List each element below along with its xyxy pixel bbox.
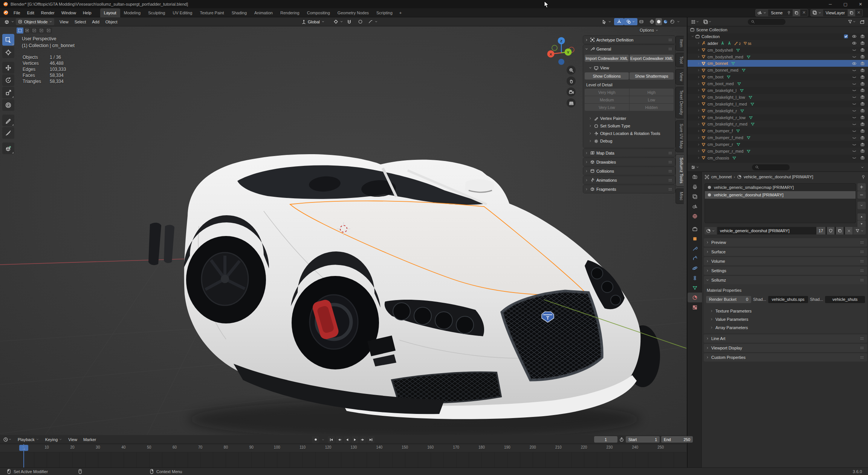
camera-visibility-icon[interactable] (860, 108, 865, 113)
shader-sps-field[interactable]: vehicle_shuts.sps (768, 296, 808, 303)
navigation-gizmo[interactable]: Z X Y (546, 35, 579, 67)
workspace-tab-rendering[interactable]: Rendering (277, 8, 303, 17)
material-filter-button[interactable] (853, 227, 866, 234)
camera-visibility-icon[interactable] (860, 122, 865, 127)
workspace-tab-geometry-nodes[interactable]: Geometry Nodes (334, 8, 373, 17)
timeline-menu-marker[interactable]: Marker (80, 435, 99, 444)
grip-icon[interactable] (668, 37, 673, 43)
properties-tab-constr[interactable] (688, 273, 702, 283)
camera-visibility-icon[interactable] (860, 135, 865, 140)
outliner-row-cm_brakelight_l_low[interactable]: cm_brakelight_l_low (688, 94, 868, 101)
minimize-button[interactable]: ─ (823, 0, 838, 8)
viewport-3d[interactable]: User Perspective (1) Collection | cm_bon… (0, 26, 686, 435)
add-workspace-button[interactable]: + (396, 11, 405, 15)
disclosure-icon[interactable] (696, 75, 701, 79)
camera-visibility-icon[interactable] (860, 149, 865, 153)
panel-header[interactable]: Map Data (583, 149, 675, 157)
playhead[interactable] (23, 444, 24, 467)
properties-tab-world[interactable] (688, 211, 702, 221)
panel-animations[interactable]: Animations (583, 176, 675, 184)
timeline-editor-icon[interactable] (3, 437, 8, 442)
workspace-tab-modeling[interactable]: Modeling (120, 8, 145, 17)
breadcrumb-object[interactable]: cm_bonnet (711, 175, 732, 179)
eye-open-icon[interactable] (852, 34, 857, 39)
lod-medium-button[interactable]: Medium (585, 96, 629, 103)
unlink-material-button[interactable] (845, 227, 853, 234)
properties-tab-object[interactable] (688, 234, 702, 244)
first-button[interactable] (328, 436, 335, 443)
outliner-row-Collection[interactable]: Collection (688, 33, 868, 40)
outliner-row-cm_boot_med[interactable]: cm_boot_med (688, 80, 868, 87)
select-mode-1[interactable] (24, 28, 31, 34)
eye-closed-icon[interactable] (852, 108, 857, 113)
workspace-tab-layout[interactable]: Layout (100, 8, 120, 17)
camera-visibility-icon[interactable] (860, 142, 865, 147)
properties-tab-mod[interactable] (688, 244, 702, 253)
material-slot[interactable]: vehicle_generic_doorshut [PRIMARY] (705, 191, 856, 199)
eye-closed-icon[interactable] (852, 54, 857, 59)
viewport-menu-select[interactable]: Select (72, 17, 89, 26)
properties-tab-coll[interactable] (688, 224, 702, 234)
grip-icon[interactable] (668, 46, 673, 52)
subpanel-object-location-rotation-tools[interactable]: Object Location & Rotation Tools (585, 130, 674, 137)
camera-visibility-icon[interactable] (860, 54, 865, 59)
panel-archetype-definition[interactable]: Archetype Definition (583, 36, 675, 44)
panel-preview[interactable]: Preview (704, 238, 867, 247)
eye-closed-icon[interactable] (852, 129, 857, 133)
panel-surface[interactable]: Surface (704, 248, 867, 256)
pin-icon[interactable] (861, 175, 866, 179)
eye-closed-icon[interactable] (852, 142, 857, 147)
sidebar-tab-tool[interactable]: Tool (675, 53, 684, 67)
sidebar-tab-misc[interactable]: Misc (675, 188, 684, 204)
snap-target-button[interactable] (332, 18, 345, 25)
tool-addcube-button[interactable] (2, 142, 14, 154)
workspace-tab-scripting[interactable]: Scripting (373, 8, 396, 17)
properties-tab-layer[interactable] (688, 192, 702, 201)
outliner-row-scene-collection[interactable]: Scene Collection (688, 26, 868, 33)
scene-selector[interactable]: Scene ✕ (755, 9, 808, 17)
outliner-row-cm_brakelight_r[interactable]: cm_brakelight_r (688, 107, 868, 114)
properties-tab-mat[interactable] (688, 293, 702, 302)
browse-material-button[interactable] (704, 227, 717, 234)
play-button[interactable] (351, 436, 359, 443)
properties-tab-data[interactable] (688, 283, 702, 293)
disclosure-icon[interactable] (696, 95, 701, 99)
tool-annotate-button[interactable] (2, 115, 14, 126)
panel-header[interactable]: Drawables (583, 158, 675, 166)
panel-collisions[interactable]: Collisions (583, 167, 675, 175)
eye-closed-icon[interactable] (852, 75, 857, 80)
proportional-editing-toggle[interactable] (357, 18, 364, 25)
menu-file[interactable]: File (10, 8, 24, 17)
camera-visibility-icon[interactable] (860, 129, 865, 133)
outliner-row-cm_brakelight_l[interactable]: cm_brakelight_l (688, 87, 868, 94)
snap-toggle[interactable] (346, 18, 353, 25)
sidebar-tab-item[interactable]: Item (675, 36, 684, 51)
eye-closed-icon[interactable] (852, 68, 857, 73)
panel-fragments[interactable]: Fragments (583, 185, 675, 193)
eye-closed-icon[interactable] (852, 101, 857, 106)
camera-visibility-icon[interactable] (860, 48, 865, 52)
remove-slot-button[interactable] (857, 191, 866, 199)
timeline-menu-view[interactable]: View (65, 435, 80, 444)
show-collisions-button[interactable]: Show Collisions (585, 72, 629, 80)
outliner-row-cm_boot[interactable]: cm_boot (688, 74, 868, 80)
transform-orientation[interactable]: Global (300, 18, 327, 25)
selectability-button[interactable] (600, 18, 613, 25)
breadcrumb-material[interactable]: vehicle_generic_doorshut [PRIMARY] (744, 175, 813, 179)
falloff-button[interactable] (366, 18, 380, 25)
camera-visibility-icon[interactable] (860, 61, 865, 66)
panel-volume[interactable]: Volume (704, 257, 867, 265)
lod-very-high-button[interactable]: Very High (585, 89, 629, 96)
nav-camera-button[interactable] (567, 87, 576, 97)
import-codewalker-button[interactable]: Import Codewalker XML (585, 55, 629, 62)
add-slot-button[interactable] (857, 183, 866, 191)
eye-closed-icon[interactable] (852, 155, 857, 160)
outliner-row-cm_bumper_f_med[interactable]: cm_bumper_f_med (688, 134, 868, 141)
select-mode-0[interactable] (17, 28, 23, 34)
shading-dropdown[interactable] (676, 18, 681, 25)
subpanel-vertex-painter[interactable]: Vertex Painter (585, 115, 674, 122)
outliner-editor-icon[interactable] (691, 19, 696, 25)
disclosure-icon[interactable] (696, 41, 701, 45)
eye-closed-icon[interactable] (852, 81, 857, 86)
properties-tab-tex[interactable] (688, 302, 702, 312)
